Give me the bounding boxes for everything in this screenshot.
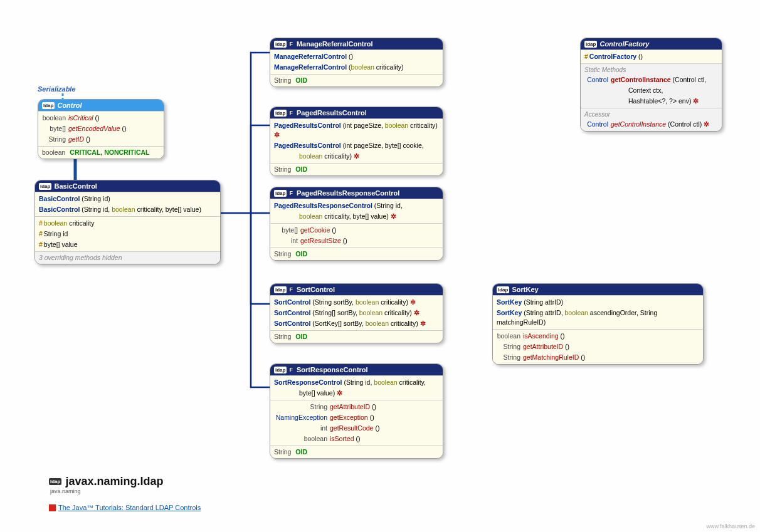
class-sortkey: ldap SortKey SortKey (String attrID) Sor… [492,283,704,365]
oracle-icon [49,504,56,511]
class-sortcontrol: ldap F SortControl SortControl (String s… [270,283,443,343]
module-label: java.naming [50,488,81,494]
class-title: PagedResultsResponseControl [297,189,399,197]
ldap-icon: ldap [584,41,597,48]
credit-label: www.falkhausen.de [706,523,755,529]
ldap-icon: ldap [274,367,287,373]
serializable-link[interactable]: Serializable [38,85,76,93]
class-pagedresultscontrol: ldap F PagedResultsControl PagedResultsC… [270,107,443,176]
ldap-icon: ldap [42,102,55,109]
class-control-header: ldap Control [38,100,164,111]
ldap-icon: ldap [39,183,51,190]
class-title: ManageReferralControl [297,40,373,48]
class-sortresponsecontrol: ldap F SortResponseControl SortResponseC… [270,363,443,459]
class-managereferralcontrol: ldap F ManageReferralControl ManageRefer… [270,38,443,87]
class-title: PagedResultsControl [297,109,367,117]
ldap-icon: ldap [49,478,61,485]
class-pagedresultsresponsecontrol: ldap F PagedResultsResponseControl Paged… [270,187,443,261]
ldap-icon: ldap [274,41,287,48]
ldap-icon: ldap [497,286,509,293]
ldap-icon: ldap [274,110,287,117]
tutorial-link[interactable]: The Java™ Tutorials: Standard LDAP Contr… [49,504,201,511]
package-title: ldap javax.naming.ldap [49,475,164,488]
class-control: ldap Control booleanisCritical () byte[]… [38,99,164,159]
class-title: SortKey [512,286,538,293]
ldap-icon: ldap [274,190,287,197]
class-title: ControlFactory [599,40,649,48]
ldap-icon: ldap [274,286,287,293]
class-title: SortResponseControl [297,366,368,373]
class-title: Control [57,102,82,109]
class-basiccontrol: ldap BasicControl BasicControl (String i… [34,180,221,264]
class-controlfactory: ldap ControlFactory #ControlFactory () S… [580,38,722,132]
class-title: SortControl [297,286,335,293]
class-title: BasicControl [54,182,97,190]
